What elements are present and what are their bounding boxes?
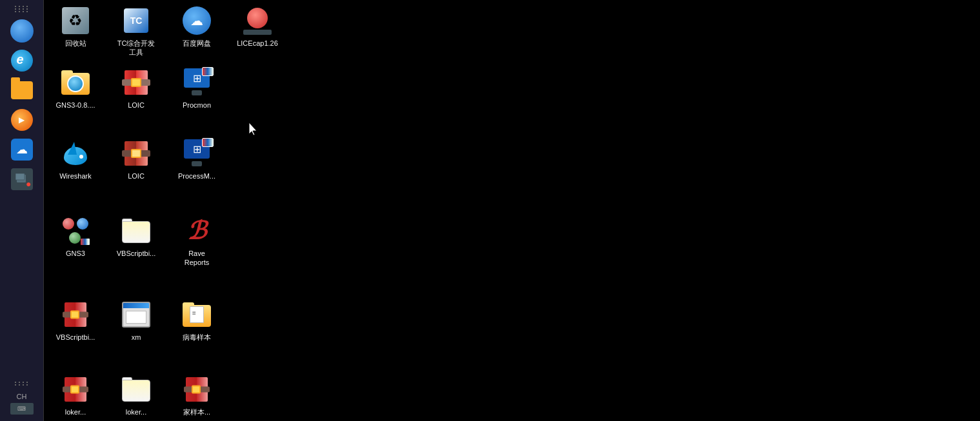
- wireshark-icon: [61, 139, 90, 168]
- ie-icon: [11, 50, 33, 72]
- processm-icon: [183, 139, 211, 168]
- sidebar-dots-bottom: [8, 377, 36, 390]
- sidebar-bottom: CH ⌨: [0, 377, 43, 415]
- sidebar-dots-top: [8, 3, 36, 15]
- tc-dev-label: TC综合开发工具: [117, 39, 155, 57]
- desktop: 回收站 TC TC综合开发工具 ☁ 百度网盘: [44, 0, 980, 421]
- gns3balls-icon: [61, 217, 90, 245]
- desktop-icon-gns3-folder[interactable]: GNS3-0.8....: [46, 64, 105, 112]
- mouse-cursor: [249, 122, 257, 135]
- desktop-icon-xm[interactable]: xm: [107, 297, 165, 344]
- svg-marker-2: [249, 122, 257, 135]
- rave-reports-icon: ℬ: [183, 217, 211, 245]
- folder-bottom1-label: loker...: [65, 407, 86, 416]
- procmon-label: Procmon: [183, 101, 211, 110]
- desktop-icon-folder-bottom2[interactable]: loker...: [107, 371, 165, 419]
- xm-icon: [122, 302, 150, 328]
- record-icon: [11, 168, 33, 190]
- desktop-icon-loic1[interactable]: LOIC: [107, 64, 165, 112]
- bingdu-label: 病毒样本: [183, 333, 211, 342]
- baidu-label: 百度网盘: [183, 39, 211, 48]
- vbscriptbi1-label: VBScriptbi...: [117, 249, 156, 258]
- procmon-icon: [183, 68, 211, 97]
- recycle-bin-icon: [62, 7, 89, 34]
- folder-icon: [11, 81, 33, 99]
- desktop-icon-folder-bottom1[interactable]: loker...: [46, 371, 105, 419]
- rar3-icon: [184, 376, 210, 403]
- rar1-icon: [63, 301, 88, 328]
- desktop-icon-wireshark[interactable]: Wireshark: [46, 135, 105, 183]
- svg-rect-1: [15, 173, 25, 180]
- sidebar-item-cloud[interactable]: [8, 17, 36, 45]
- licecap-label: LICEcap1.26: [237, 39, 278, 48]
- wireshark-label: Wireshark: [59, 171, 92, 181]
- sidebar-item-ie[interactable]: [8, 46, 36, 75]
- desktop-icon-recycle-bin[interactable]: 回收站: [46, 3, 105, 60]
- desktop-icon-gns3[interactable]: GNS3: [46, 213, 105, 270]
- gns3-folder-label: GNS3-0.8....: [55, 101, 95, 110]
- sidebar-item-record[interactable]: [8, 165, 36, 193]
- xm-label: xm: [132, 333, 141, 342]
- baidu-icon: ☁: [183, 6, 211, 35]
- rar2-icon: [63, 376, 88, 403]
- desktop-icon-procmon[interactable]: Procmon: [168, 64, 226, 112]
- sidebar: CH ⌨: [0, 0, 44, 421]
- vbscriptfolder2-icon: [122, 377, 150, 402]
- sidebar-item-folder[interactable]: [8, 76, 36, 104]
- vbscriptbi2-label: VBScriptbi...: [56, 333, 95, 342]
- gns3-folder-icon: [61, 70, 90, 95]
- processm-label: ProcessM...: [178, 171, 215, 181]
- desktop-icon-bingdu[interactable]: 病毒样本: [168, 297, 226, 344]
- loic1-icon: [122, 69, 150, 96]
- rave-reports-label: RaveReports: [185, 249, 210, 268]
- desktop-icon-loic2[interactable]: LOIC: [107, 135, 165, 183]
- desktop-icon-vbscriptbi1[interactable]: VBScriptbi...: [107, 213, 165, 270]
- loic2-label: LOIC: [128, 171, 145, 181]
- desktop-icon-tc-dev[interactable]: TC TC综合开发工具: [107, 3, 165, 60]
- media-icon: [11, 109, 33, 131]
- tc-dev-icon: TC: [122, 6, 150, 35]
- folder-bottom2-label: loker...: [126, 407, 146, 416]
- sidebar-lang-label: CH: [17, 393, 27, 400]
- gns3-label: GNS3: [66, 249, 85, 258]
- bingdu-icon: [183, 302, 211, 327]
- desktop-icon-licecap[interactable]: LICEcap1.26: [228, 3, 286, 60]
- sidebar-keyboard-icon: ⌨: [10, 403, 34, 415]
- sidebar-item-media[interactable]: [8, 106, 36, 134]
- desktop-icon-processm[interactable]: ProcessM...: [168, 135, 226, 183]
- loic2-icon: [122, 140, 150, 167]
- sync-icon: [11, 139, 33, 161]
- desktop-icon-rave-reports[interactable]: ℬ RaveReports: [168, 213, 226, 270]
- desktop-icon-vbscriptbi2[interactable]: VBScriptbi...: [46, 297, 105, 344]
- vbscriptfolder1-icon: [122, 219, 150, 243]
- cloud-icon: [10, 19, 34, 43]
- recycle-bin-label: 回收站: [65, 39, 86, 48]
- folder-bottom3-label: 家样本...: [183, 407, 210, 416]
- desktop-icon-folder-bottom3[interactable]: 家样本...: [168, 371, 226, 419]
- licecap-icon: [243, 6, 272, 35]
- sidebar-item-sync[interactable]: [8, 135, 36, 164]
- desktop-icon-baidu[interactable]: ☁ 百度网盘: [168, 3, 226, 60]
- loic1-label: LOIC: [128, 101, 145, 110]
